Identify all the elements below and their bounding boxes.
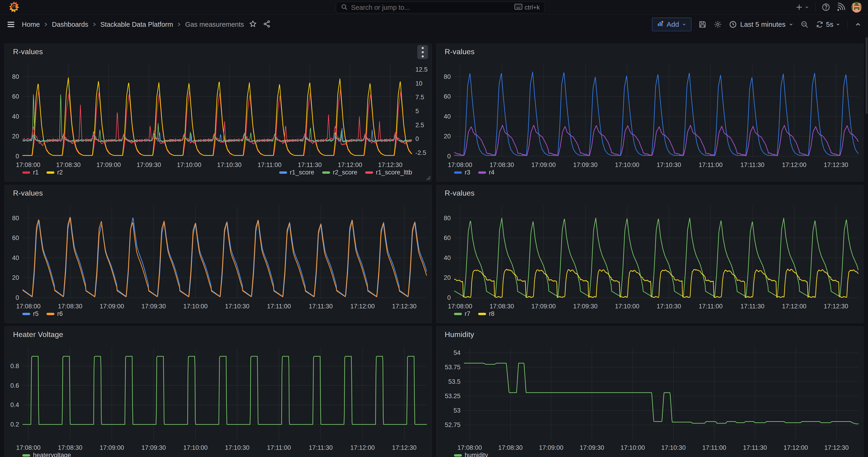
news-rss-button[interactable] — [836, 3, 845, 12]
legend-item-r3[interactable]: r3 — [454, 169, 470, 176]
svg-text:0: 0 — [16, 153, 19, 160]
svg-text:2.5: 2.5 — [415, 122, 424, 129]
svg-text:17:09:30: 17:09:30 — [580, 444, 604, 451]
breadcrumb-separator-icon — [92, 21, 97, 28]
legend-swatch — [22, 313, 30, 315]
svg-text:40: 40 — [12, 254, 19, 262]
zoom-out-button[interactable] — [800, 20, 809, 29]
legend-label: r7 — [465, 310, 470, 317]
legend-item-r2[interactable]: r2 — [46, 169, 63, 176]
time-series-chart: 02040608017:08:0017:08:3017:09:0017:09:3… — [436, 185, 864, 323]
svg-text:53: 53 — [454, 407, 461, 414]
legend-item-r1_score_lttb[interactable]: r1_score_lttb — [365, 169, 412, 176]
svg-text:17:10:00: 17:10:00 — [183, 303, 208, 310]
svg-text:17:09:30: 17:09:30 — [573, 161, 597, 169]
svg-text:52.75: 52.75 — [445, 421, 461, 428]
legend-item-r1_score[interactable]: r1_score — [279, 169, 314, 176]
legend-label: r2_score — [333, 169, 357, 176]
search-input[interactable] — [351, 4, 515, 11]
legend-item-humidity[interactable]: humidity — [454, 452, 488, 457]
time-range-label: Last 5 minutes — [740, 21, 785, 28]
svg-text:80: 80 — [12, 73, 19, 80]
breadcrumb-folder[interactable]: Stackable Data Platform — [100, 21, 173, 28]
breadcrumb-home[interactable]: Home — [22, 21, 40, 28]
svg-text:20: 20 — [444, 133, 451, 140]
legend-label: r1 — [33, 169, 39, 176]
chevron-down-icon — [836, 22, 840, 27]
svg-text:17:10:00: 17:10:00 — [615, 161, 639, 169]
search-icon — [341, 3, 348, 11]
svg-text:17:11:00: 17:11:00 — [267, 444, 291, 451]
legend: r5r6 — [5, 310, 432, 321]
grafana-logo[interactable] — [7, 1, 21, 13]
breadcrumb-separator-icon — [43, 21, 48, 28]
time-series-chart: 52.755353.2553.553.755417:08:0017:08:301… — [436, 327, 864, 457]
svg-text:17:11:00: 17:11:00 — [702, 444, 726, 451]
svg-text:17:09:30: 17:09:30 — [137, 161, 161, 169]
svg-text:60: 60 — [444, 93, 451, 100]
svg-text:60: 60 — [12, 235, 19, 241]
legend-item-r1[interactable]: r1 — [22, 169, 39, 176]
legend-label: heatervoltage — [33, 452, 71, 457]
legend-item-r4[interactable]: r4 — [478, 169, 494, 176]
share-button[interactable] — [263, 20, 271, 29]
refresh-icon — [816, 21, 824, 28]
svg-text:17:11:00: 17:11:00 — [699, 303, 723, 310]
add-panel-button[interactable]: Add — [652, 18, 691, 31]
svg-text:0: 0 — [447, 153, 451, 160]
chevron-down-icon — [682, 22, 686, 27]
svg-text:60: 60 — [444, 235, 451, 241]
search-bar[interactable]: ctrl+k — [336, 2, 545, 13]
svg-text:17:08:00: 17:08:00 — [16, 303, 40, 310]
svg-text:17:08:30: 17:08:30 — [56, 161, 81, 169]
legend-swatch — [46, 172, 54, 174]
favorite-star-button[interactable] — [249, 20, 257, 29]
scrollbar-thumb[interactable] — [866, 37, 868, 114]
breadcrumb-dashboards[interactable]: Dashboards — [52, 21, 88, 28]
collapse-toolbar-button[interactable] — [855, 21, 862, 28]
panel-r-values-1: R-values 02040608017:08:0017:08:3017:09:… — [436, 43, 864, 182]
svg-text:80: 80 — [444, 215, 451, 222]
new-button[interactable] — [795, 3, 809, 11]
breadcrumb-dashboard-title: Gas measurements — [185, 21, 244, 28]
svg-text:20: 20 — [12, 274, 19, 281]
svg-text:17:09:30: 17:09:30 — [141, 444, 166, 451]
dashboard-toolbar: Home Dashboards Stackable Data Platform … — [0, 14, 868, 34]
svg-text:80: 80 — [444, 73, 451, 80]
dashboard-settings-button[interactable] — [714, 20, 722, 29]
legend-item-r2_score[interactable]: r2_score — [322, 169, 357, 176]
time-range-picker[interactable]: Last 5 minutes — [729, 21, 794, 28]
save-dashboard-button[interactable] — [698, 20, 707, 29]
user-avatar[interactable] — [851, 2, 862, 12]
svg-text:17:12:30: 17:12:30 — [378, 161, 402, 169]
svg-text:0.6: 0.6 — [10, 382, 19, 389]
svg-text:17:12:00: 17:12:00 — [350, 303, 375, 310]
mega-menu-toggle[interactable] — [6, 20, 16, 29]
legend-item-r8[interactable]: r8 — [478, 310, 494, 317]
add-panel-icon — [657, 20, 664, 29]
svg-text:17:12:30: 17:12:30 — [392, 303, 416, 310]
legend-item-r7[interactable]: r7 — [454, 310, 470, 317]
panel-r-values-2: R-values 02040608017:08:0017:08:3017:09:… — [4, 185, 432, 323]
keyboard-icon — [515, 4, 522, 11]
legend-item-r6[interactable]: r6 — [46, 310, 63, 317]
svg-text:17:11:30: 17:11:30 — [740, 161, 764, 169]
time-series-chart: 020406080-2.502.557.51012.517:08:0017:08… — [5, 44, 432, 182]
legend-label: r2 — [57, 169, 63, 176]
legend-item-heatervoltage[interactable]: heatervoltage — [22, 452, 71, 457]
legend: r3r4 — [436, 169, 863, 179]
panel-heater-voltage-4: Heater Voltage 0.20.40.60.817:08:0017:08… — [4, 326, 432, 457]
legend-item-r5[interactable]: r5 — [22, 310, 39, 317]
svg-text:40: 40 — [444, 254, 451, 262]
svg-text:0: 0 — [16, 294, 19, 301]
svg-text:0.4: 0.4 — [10, 401, 19, 408]
panel-resize-handle[interactable] — [426, 175, 431, 180]
help-button[interactable] — [822, 3, 830, 12]
legend-label: r1_score — [290, 169, 314, 176]
breadcrumb-separator-icon — [177, 21, 181, 28]
chevron-down-icon — [805, 5, 809, 9]
svg-text:20: 20 — [444, 274, 451, 281]
svg-text:17:09:00: 17:09:00 — [531, 161, 556, 169]
svg-text:17:09:00: 17:09:00 — [96, 161, 121, 169]
refresh-picker[interactable]: 5s — [816, 21, 840, 28]
